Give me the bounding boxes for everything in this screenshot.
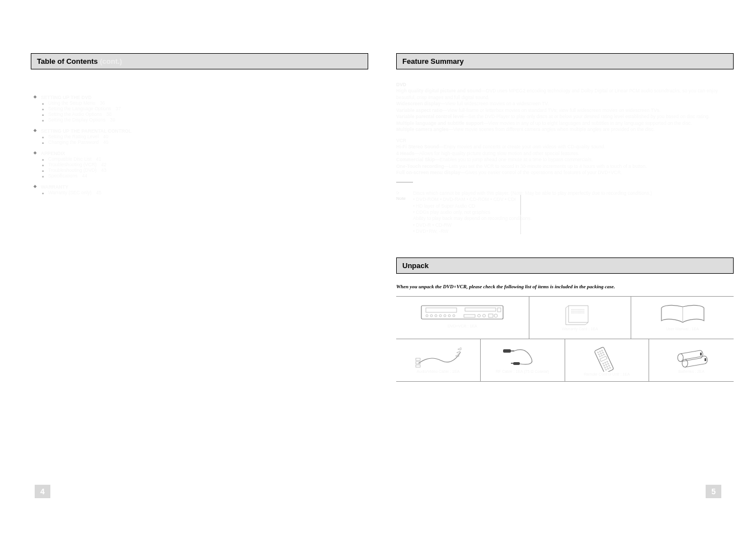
separator-line <box>520 195 521 214</box>
unpack-cell-avcable: Audio/Video Cable : 1EA <box>396 339 481 381</box>
av-cable-icon <box>413 344 463 369</box>
toc-item-label: Troubleshooting (DVD) <box>48 167 97 173</box>
svg-point-35 <box>603 354 605 355</box>
toc-item-page: 39 <box>110 117 115 123</box>
svg-point-6 <box>439 315 442 317</box>
svg-point-4 <box>430 315 433 317</box>
toc-item-page: 36 <box>100 100 105 106</box>
svg-rect-21 <box>416 365 420 367</box>
svg-point-14 <box>494 314 497 317</box>
cell-caption: DVD+VCR : 1EA <box>400 324 525 328</box>
svg-rect-20 <box>416 358 420 360</box>
rf-cable-icon <box>497 344 548 369</box>
note-line: Discs which cannot be played with this p… <box>413 190 734 196</box>
svg-point-38 <box>605 362 607 363</box>
cell-caption: Batteries : 2EA <box>652 369 730 373</box>
unpack-heading-text: Unpack <box>402 261 429 270</box>
svg-rect-10 <box>464 315 475 317</box>
feature-heading-text: Feature Summary <box>402 57 464 65</box>
hand-icon: ☞Note <box>396 190 408 235</box>
toc-item-label: Setting the Language Options <box>48 106 111 111</box>
toc-item-label: Troubleshooting (VCR) <box>48 162 97 167</box>
note-list: Discs which cannot be played with this p… <box>413 190 734 235</box>
unpack-cell-batteries: Batteries : 2EA <box>649 339 734 381</box>
toc-group-title: APPENDIX <box>41 151 65 156</box>
svg-point-31 <box>600 353 602 354</box>
toc-item-label: Compatible Disc List <box>48 156 91 162</box>
square-icon: ■ <box>42 190 44 195</box>
svg-point-7 <box>444 315 446 317</box>
toc-group-title: WARRANTY <box>41 184 68 190</box>
svg-rect-22 <box>503 349 511 353</box>
toc-item-page: 40 <box>103 139 108 145</box>
svg-point-27 <box>598 352 599 353</box>
cell-caption: RF Cable : 1EA (75 Ω Coaxial) <box>484 369 561 373</box>
svg-point-32 <box>603 352 604 353</box>
toc-item-label: Setting the Audio Options <box>48 111 102 117</box>
toc-item-label: Specifications <box>48 173 77 179</box>
batteries-icon <box>666 344 717 369</box>
toc-heading: Table of Contents (cont.) <box>31 53 368 69</box>
toc-group: ◆SETTING UP THE PARENTAL CONTROL ■Settin… <box>31 128 368 145</box>
feature-body: DVD High quality digital picture and sou… <box>396 82 734 235</box>
diamond-icon: ◆ <box>34 128 36 134</box>
feature-line: Multiple camera angles—View movie scenes… <box>396 127 734 133</box>
note-label: Note <box>396 196 408 202</box>
left-column: Table of Contents (cont.) ◆SETTING UP TH… <box>31 53 368 382</box>
feature-line: High quality digital picture and sound—D… <box>396 88 734 101</box>
cell-caption: Audio/Video Cable : 1EA <box>400 369 477 373</box>
dvd-subhead: DVD <box>396 82 734 88</box>
toc-item-page: 44 <box>82 173 87 179</box>
unpack-grid-row2: Audio/Video Cable : 1EA RF Cable : 1EA (… <box>396 339 734 382</box>
toc-group-title: SETTING UP THE PARENTAL CONTROL <box>41 128 132 134</box>
unpack-cell-dvdvcr: DVD+VCR : 1EA <box>396 297 529 339</box>
unpack-grid-row1: DVD+VCR : 1EA Warranty Card : 1EA <box>396 296 734 339</box>
svg-point-47 <box>608 368 609 369</box>
square-icon: ■ <box>42 173 44 179</box>
unpack-cell-manual: User Manual : 1EA <box>631 297 734 339</box>
note-line: • DVD-ROM • DVD-RAM • CD-ROM • CDV • CDI <box>413 196 734 203</box>
svg-point-3 <box>426 315 428 317</box>
svg-point-30 <box>598 354 600 355</box>
svg-rect-24 <box>513 362 520 365</box>
svg-rect-26 <box>594 346 614 371</box>
toc-group: ◆APPENDIX ■Compatible Disc List41 ■Troub… <box>31 151 368 179</box>
toc-item-page: 40 <box>103 134 108 139</box>
svg-point-11 <box>478 314 481 317</box>
note-line: • HD layer of Super Audio CD <box>413 203 734 209</box>
diamond-icon: ◆ <box>34 95 36 100</box>
svg-point-8 <box>448 315 450 317</box>
right-column: Feature Summary DVD High quality digital… <box>396 53 734 382</box>
toc-item-page: 38 <box>106 111 111 117</box>
feature-line: Commercial Skip—Enables you to jump ahea… <box>396 157 734 163</box>
svg-point-43 <box>604 367 606 368</box>
feature-line: Variable parental control level—Set the … <box>396 114 734 120</box>
unpack-section: Unpack When you unpack the DVD+VCR, plea… <box>396 257 734 382</box>
diamond-icon: ◆ <box>34 184 36 190</box>
toc-item-label: Changing the Password <box>48 139 98 145</box>
note-line: • DVD-R • CD-RW <box>413 222 734 228</box>
unpack-cell-remote: Remote Control Unit : 1EA <box>565 339 650 381</box>
note-line: • DVD+RW, -RW <box>413 228 734 235</box>
svg-point-49 <box>678 354 683 362</box>
note-block: ☞Note Discs which cannot be played with … <box>396 190 734 235</box>
remote-icon <box>587 344 626 372</box>
svg-point-9 <box>453 315 455 317</box>
feature-line: Multiple language and subtitle support—V… <box>396 120 734 127</box>
toc-group: ◆SETTING UP THE DVD ■Using the Setup Men… <box>31 95 368 123</box>
svg-point-45 <box>609 365 611 367</box>
square-icon: ■ <box>42 139 44 145</box>
svg-rect-52 <box>705 358 706 361</box>
square-icon: ■ <box>42 156 44 162</box>
manual-icon <box>655 301 711 326</box>
cell-caption: Remote Control Unit : 1EA <box>569 372 646 376</box>
square-icon: ■ <box>42 167 44 173</box>
square-icon: ■ <box>42 134 44 139</box>
toc-group: ◆WARRANTY ■Warranty (SEC only)45 <box>31 184 368 195</box>
svg-point-41 <box>605 364 607 366</box>
page-number-right: 5 <box>706 485 721 498</box>
svg-rect-2 <box>465 308 496 311</box>
svg-point-29 <box>602 350 603 352</box>
svg-point-48 <box>609 367 611 369</box>
note-line: • CDGs play audio only, not graphics <box>413 209 734 216</box>
